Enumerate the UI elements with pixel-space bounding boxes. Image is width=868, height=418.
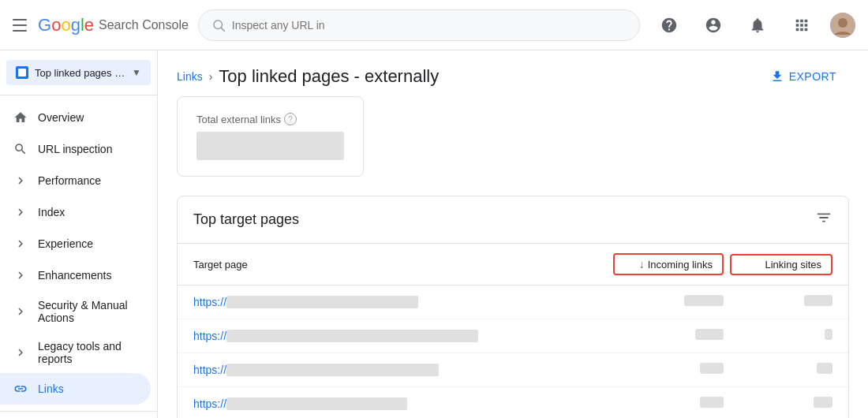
sidebar-item-label: Index	[38, 206, 65, 218]
sidebar-item-performance[interactable]: Performance	[0, 165, 157, 196]
export-button[interactable]: EXPORT	[758, 63, 849, 90]
row-url[interactable]: https://██████████	[193, 397, 613, 410]
sidebar-item-label: Legacy tools and reports	[38, 340, 144, 365]
search-bar[interactable]	[198, 9, 640, 41]
link-icon	[13, 381, 28, 397]
sidebar-item-experience[interactable]: Experience	[0, 228, 157, 259]
col-header-linking[interactable]: Linking sites	[730, 254, 832, 275]
sidebar-item-label: URL inspection	[38, 143, 112, 155]
table-title: Top target pages	[193, 211, 299, 228]
chevron-right-icon	[13, 204, 28, 220]
sidebar: Top linked pages - ex... ▼ Overview	[0, 50, 158, 418]
sidebar-item-label: Security & Manual Actions	[38, 299, 144, 324]
chevron-right-icon	[13, 236, 28, 252]
sidebar-item-label: Experience	[38, 237, 93, 250]
sidebar-bottom: Settings Submit feedback	[0, 411, 157, 418]
breadcrumb-current: Top linked pages - externally	[219, 66, 439, 87]
breadcrumb-bar: Links › Top linked pages - externally EX…	[158, 50, 868, 96]
help-button[interactable]	[653, 9, 685, 41]
table-body: https://████████████.████ ██ ██ ████ htt…	[178, 286, 848, 418]
row-incoming: ███	[613, 397, 724, 411]
table-row: https://████████████ ███ ██	[178, 353, 848, 387]
table-row: https://██████████████ ████ █	[178, 319, 848, 353]
sidebar-item-security[interactable]: Security & Manual Actions	[0, 291, 157, 332]
svg-line-1	[221, 28, 224, 31]
sidebar-item-index[interactable]: Index	[0, 196, 157, 228]
sidebar-item-legacy[interactable]: Legacy tools and reports	[0, 332, 157, 373]
account-icon	[705, 17, 722, 34]
google-g-logo: Google	[38, 15, 94, 35]
content-body: Total external links ? ███ ████	[158, 96, 868, 418]
row-linking: ████	[730, 295, 832, 309]
home-icon	[13, 110, 28, 125]
row-linking: █	[730, 329, 832, 343]
search-icon	[211, 18, 226, 32]
col-header-target: Target page	[193, 259, 613, 271]
stats-label: Total external links ?	[196, 113, 344, 125]
sort-arrow-icon: ↓	[639, 258, 645, 271]
sidebar-item-links[interactable]: Links	[0, 373, 151, 405]
row-incoming: ██ ██	[613, 295, 724, 309]
help-icon	[660, 17, 678, 34]
content-area: Links › Top linked pages - externally EX…	[158, 50, 868, 418]
property-icon	[16, 66, 28, 79]
sidebar-item-label: Overview	[38, 111, 84, 124]
account-button[interactable]	[698, 9, 729, 41]
row-url[interactable]: https://██████████████	[193, 330, 613, 342]
stats-value: ███ ████	[196, 132, 344, 160]
topbar-left: Google Search Console	[13, 15, 189, 35]
row-url[interactable]: https://████████████.████	[193, 296, 613, 308]
row-incoming: ████	[613, 329, 724, 343]
chevron-down-icon: ▼	[132, 67, 141, 78]
google-logo: Google Search Console	[38, 15, 189, 35]
hamburger-menu-icon[interactable]	[13, 16, 32, 35]
chevron-right-icon	[13, 345, 28, 360]
table-row: https://████████████.████ ██ ██ ████	[178, 286, 848, 319]
table-column-headers: Target page ↓ Incoming links Linking sit…	[178, 244, 848, 286]
breadcrumb-parent[interactable]: Links	[177, 70, 203, 83]
sidebar-item-label: Enhancements	[38, 269, 111, 282]
filter-icon[interactable]	[815, 209, 832, 230]
property-type-icon	[18, 69, 26, 77]
row-linking: ██	[730, 363, 832, 377]
chevron-right-icon	[13, 173, 28, 188]
row-url[interactable]: https://████████████	[193, 364, 613, 376]
col-header-incoming[interactable]: ↓ Incoming links	[613, 253, 724, 275]
sidebar-item-label: Performance	[38, 174, 101, 187]
sidebar-item-enhancements[interactable]: Enhancements	[0, 259, 157, 291]
row-linking: ███	[730, 397, 832, 411]
table-row: https://██████████ ███ ███	[178, 387, 848, 418]
stats-card: Total external links ? ███ ████	[177, 96, 364, 177]
avatar[interactable]	[830, 13, 855, 38]
notifications-icon	[749, 17, 766, 34]
svg-point-3	[838, 18, 847, 28]
breadcrumb-separator: ›	[209, 70, 213, 83]
sidebar-item-url-inspection[interactable]: URL inspection	[0, 133, 151, 165]
search-icon	[13, 141, 28, 157]
main-layout: Top linked pages - ex... ▼ Overview	[0, 50, 868, 418]
sidebar-navigation: Overview URL inspection Performance	[0, 95, 157, 411]
topbar: Google Search Console	[0, 0, 868, 50]
svg-rect-4	[18, 69, 26, 77]
app-name: Search Console	[99, 18, 189, 32]
apps-icon	[793, 17, 810, 34]
property-dropdown-button[interactable]: Top linked pages - ex... ▼	[6, 60, 151, 85]
property-label: Top linked pages - ex...	[35, 67, 125, 79]
notifications-button[interactable]	[742, 9, 773, 41]
sidebar-item-overview[interactable]: Overview	[0, 102, 151, 133]
avatar-image	[830, 13, 855, 38]
download-icon	[770, 69, 784, 84]
property-selector: Top linked pages - ex... ▼	[0, 50, 157, 95]
search-input[interactable]	[232, 19, 627, 32]
topbar-actions	[653, 9, 855, 41]
chevron-right-icon	[13, 267, 28, 283]
sidebar-item-label: Links	[38, 383, 64, 395]
apps-button[interactable]	[786, 9, 817, 41]
chevron-right-icon	[13, 304, 28, 319]
table-card: Top target pages Target page ↓ Incoming …	[177, 196, 849, 418]
info-icon[interactable]: ?	[284, 113, 297, 125]
table-header: Top target pages	[178, 196, 848, 244]
row-incoming: ███	[613, 363, 724, 377]
